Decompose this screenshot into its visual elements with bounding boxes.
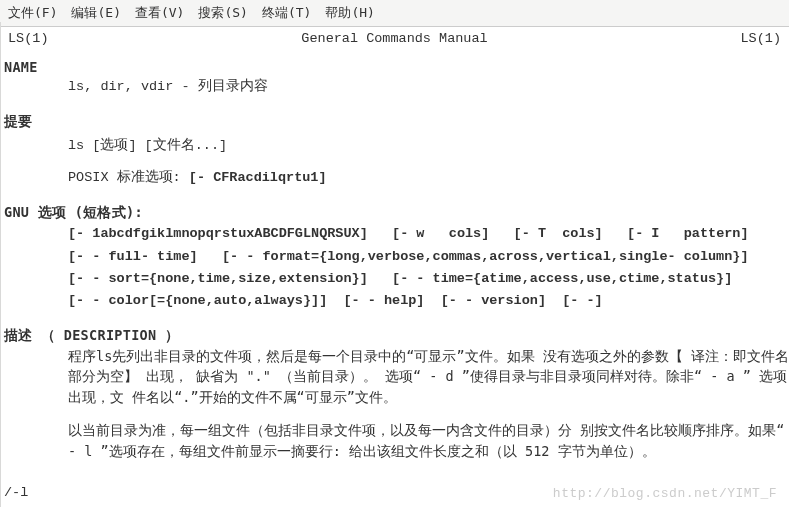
menu-search[interactable]: 搜索(S) <box>198 3 247 23</box>
terminal-frame <box>0 22 789 507</box>
watermark: http://blog.csdn.net/YIMT_F <box>553 484 777 504</box>
menu-file[interactable]: 文件(F) <box>8 3 57 23</box>
menu-term[interactable]: 终端(T) <box>262 3 311 23</box>
menu-help[interactable]: 帮助(H) <box>325 3 374 23</box>
pager-search[interactable]: /-l <box>4 483 28 503</box>
menu-edit[interactable]: 编辑(E) <box>71 3 120 23</box>
menu-view[interactable]: 查看(V) <box>135 3 184 23</box>
